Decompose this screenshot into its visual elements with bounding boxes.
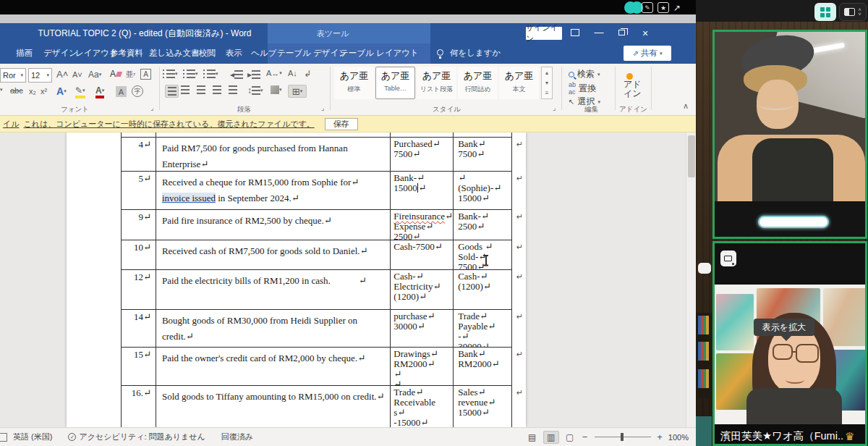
cell-debit[interactable]: purchase↵ 30000↵ xyxy=(391,310,454,347)
popout-screen-icon[interactable] xyxy=(720,251,736,266)
cell-no[interactable]: 5↵ xyxy=(122,172,156,209)
increase-indent-icon[interactable]: ▸ xyxy=(247,70,260,80)
recovered-status[interactable]: 回復済み xyxy=(221,432,253,442)
styles-dialog-launcher[interactable]: ⌟ xyxy=(553,104,556,112)
char-shading-icon[interactable]: A xyxy=(116,86,127,97)
table-row[interactable]: 5↵ Received a cheque for RM15,000 from S… xyxy=(121,172,512,210)
cell-credit[interactable]: Cash-↵ (1200)↵ xyxy=(454,270,511,309)
shrink-font-icon[interactable]: A˅ xyxy=(72,70,82,79)
share-button[interactable]: ⇗ 共有 ▾ xyxy=(624,46,671,61)
video-tile-participant1[interactable] xyxy=(712,30,867,239)
cell-no[interactable]: 9↵ xyxy=(122,210,156,240)
tab-view[interactable]: 表示 xyxy=(226,48,242,59)
font-color-icon[interactable]: A▾ xyxy=(95,85,104,98)
tab-mailings[interactable]: 差し込み文書 xyxy=(149,48,200,59)
zoom-slider[interactable] xyxy=(595,437,651,437)
sort-icon[interactable]: A↓ xyxy=(288,69,297,77)
cell-no[interactable]: 14↵ xyxy=(122,310,156,347)
cell-credit[interactable]: ↵ (Sophie)-↵ 15000↵ xyxy=(454,172,511,209)
cell-desc[interactable]: Received a cheque for RM15,000 from Soph… xyxy=(156,172,391,209)
cell-debit[interactable]: Fireinsurance↵ Expense↵ 2500↵ xyxy=(391,210,454,240)
enclose-char-icon[interactable]: 字 xyxy=(132,85,143,97)
tab-table-layout[interactable]: テーブル レイアウト xyxy=(340,48,419,59)
table-row[interactable]: 16.↵ Sold goods to Tiffany amounting to … xyxy=(121,386,512,427)
asian-layout-icon[interactable]: A↔▾ xyxy=(266,69,282,77)
multilevel-list-icon[interactable]: ▾ xyxy=(207,70,218,78)
document-page[interactable]: 4↵ Paid RM7,500 for goods purchased from… xyxy=(67,132,526,427)
grow-font-icon[interactable]: A˄ xyxy=(56,69,68,80)
superscript-icon[interactable]: x² xyxy=(41,87,47,96)
cell-credit[interactable]: Bank↵ RM2000↵ xyxy=(454,348,511,385)
phonetic-guide-icon[interactable]: 亜ｱ xyxy=(126,70,135,80)
star-screen-icon[interactable]: ★ xyxy=(658,2,669,13)
cell-credit[interactable]: Bank-↵ 2500↵ xyxy=(454,210,511,240)
borders-icon[interactable]: ⊞▾ xyxy=(288,85,307,98)
cell-no[interactable]: 12↵ xyxy=(122,270,156,309)
underline-menu-sliver[interactable]: ▾ xyxy=(0,87,3,93)
shading-icon[interactable]: ▾ xyxy=(271,85,282,94)
zoom-level[interactable]: 100% xyxy=(668,433,689,442)
minimize-button[interactable]: — xyxy=(592,27,606,38)
text-effects-icon[interactable]: A▾ xyxy=(56,85,67,97)
tell-me-box[interactable]: 何をしますか xyxy=(450,48,501,59)
web-layout-icon[interactable]: ▢ xyxy=(562,431,578,444)
cell-credit[interactable]: Sales↵ revenue↵ 15000↵ xyxy=(454,386,511,427)
change-case-icon[interactable]: Aa▾ xyxy=(88,70,101,80)
read-mode-icon[interactable]: ▤ xyxy=(524,431,540,444)
cell-debit[interactable]: Trade↵ Receivable s↵ -15000↵ xyxy=(391,386,454,427)
spellcheck-book-icon[interactable] xyxy=(0,433,7,442)
tab-draw[interactable]: 描画 xyxy=(16,48,33,59)
style-normal[interactable]: あア亜 標準 xyxy=(334,67,374,99)
table-row[interactable]: 9↵ Paid fire insurance of RM2,500 by che… xyxy=(121,210,512,240)
cell-desc[interactable]: Paid the owner's credit card of RM2,000 … xyxy=(156,348,391,385)
style-no-spacing[interactable]: あア亜 行間詰め xyxy=(458,67,498,99)
cell-debit[interactable]: Cash-7500↵ xyxy=(391,240,454,269)
cell-no[interactable]: 10↵ xyxy=(122,240,156,269)
tab-design[interactable]: デザイン xyxy=(43,48,77,59)
tab-help[interactable]: ヘルプ xyxy=(251,48,276,59)
view-layout-button[interactable]: ˄˅ xyxy=(839,3,867,21)
tab-references[interactable]: 参考資料 xyxy=(110,48,143,59)
numbering-icon[interactable]: ▾ xyxy=(187,70,198,78)
save-button[interactable]: 保存 xyxy=(325,118,358,130)
addins-button[interactable]: アド イン xyxy=(624,80,642,98)
cell-desc[interactable]: Sold goods to Tiffany amounting to RM15,… xyxy=(156,386,391,427)
print-layout-icon[interactable]: ▥ xyxy=(543,431,559,444)
zoom-slider-thumb[interactable] xyxy=(621,433,624,441)
tab-review[interactable]: 校閲 xyxy=(199,48,216,59)
table-row[interactable]: 12↵ Paid the electricity bills of RM1,20… xyxy=(121,270,512,310)
align-left-icon[interactable] xyxy=(165,85,179,98)
zoom-out-button[interactable]: − xyxy=(582,432,588,442)
style-table-selected[interactable]: あア亜 Table… xyxy=(375,67,415,99)
vertical-scrollbar[interactable] xyxy=(686,132,696,427)
cell-credit[interactable]: Trade↵ Payable↵ -↵ 30000↵ xyxy=(454,310,511,347)
collapse-ribbon-button[interactable]: ∧ xyxy=(683,101,689,111)
pen-icon[interactable]: ✎ xyxy=(642,2,653,13)
zoom-in-button[interactable]: + xyxy=(657,432,663,442)
signin-button[interactable]: サインイン xyxy=(526,27,562,40)
ribbon-options-icon[interactable] xyxy=(571,29,579,36)
font-size-box[interactable]: 12▾ xyxy=(28,68,52,83)
cell-desc[interactable]: Paid the electricity bills of RM1,200 in… xyxy=(156,270,391,309)
distribute-icon[interactable] xyxy=(229,85,237,94)
find-button[interactable]: 検索▾ xyxy=(569,68,600,80)
cell-desc[interactable]: Received cash of RM7,500 for goods sold … xyxy=(156,240,391,269)
styles-gallery-scroll[interactable]: ▴▾≡ xyxy=(541,67,553,99)
replace-button[interactable]: abac 置換 xyxy=(569,81,596,96)
justify-icon[interactable] xyxy=(213,85,221,94)
scrollbar-thumb[interactable] xyxy=(688,135,695,177)
table-row[interactable]: 15↵ Paid the owner's credit card of RM2,… xyxy=(121,348,512,386)
paragraph-dialog-launcher[interactable]: ⌟ xyxy=(321,104,324,112)
style-list-paragraph[interactable]: あア亜 リスト段落 xyxy=(417,67,456,99)
cell-desc[interactable]: Paid fire insurance of RM2,500 by cheque… xyxy=(156,210,391,240)
decrease-indent-icon[interactable]: ◂ xyxy=(230,70,243,80)
cell-no[interactable]: 16.↵ xyxy=(122,386,156,427)
cell-desc[interactable]: Bought goods of RM30,000 from Heidi Supp… xyxy=(156,310,391,347)
close-button[interactable]: × xyxy=(638,28,652,39)
subscript-icon[interactable]: x₂ xyxy=(29,87,36,96)
font-name-box[interactable]: Ror▾ xyxy=(0,68,26,83)
show-marks-icon[interactable]: ↲ xyxy=(304,69,311,79)
gallery-view-button[interactable] xyxy=(814,3,836,21)
strikethrough-icon[interactable]: abc xyxy=(10,86,23,95)
cell-credit[interactable]: Bank↵ 7500↵ xyxy=(454,138,511,171)
